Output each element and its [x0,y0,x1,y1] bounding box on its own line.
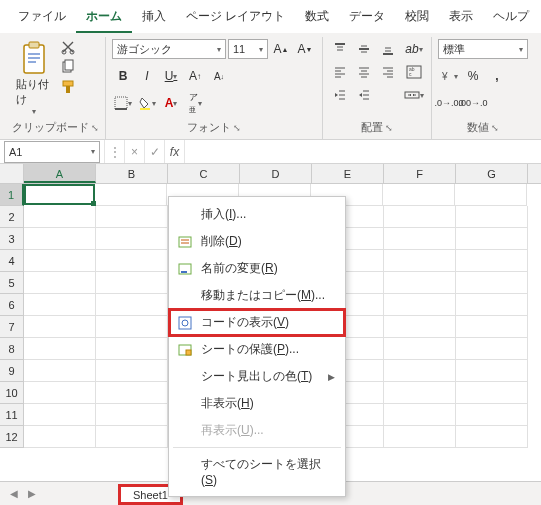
align-bottom-icon[interactable] [377,39,399,59]
cell[interactable] [383,184,455,206]
cell[interactable] [96,382,168,404]
cell[interactable] [95,184,167,206]
enter-icon[interactable]: ✓ [144,140,164,163]
italic-button[interactable]: I [136,66,158,86]
row-header[interactable]: 7 [0,316,24,338]
cell[interactable] [96,250,168,272]
merge-icon[interactable]: ▾ [403,85,425,105]
row-header[interactable]: 12 [0,426,24,448]
row-header[interactable]: 5 [0,272,24,294]
copy-icon[interactable] [60,59,76,75]
menu-file[interactable]: ファイル [8,4,76,33]
menu-data[interactable]: データ [339,4,395,33]
cell[interactable] [456,316,528,338]
cm-hide[interactable]: 非表示(H) [169,390,345,417]
col-header[interactable]: E [312,164,384,183]
cell[interactable] [24,338,96,360]
row-header[interactable]: 8 [0,338,24,360]
row-header[interactable]: 3 [0,228,24,250]
cell[interactable] [384,250,456,272]
font-color-button[interactable]: A▾ [160,93,182,113]
menu-view[interactable]: 表示 [439,4,483,33]
format-painter-icon[interactable] [60,79,76,95]
select-all-corner[interactable] [0,164,24,183]
cell[interactable] [456,360,528,382]
cell[interactable] [96,404,168,426]
ruby-button[interactable]: ア亜▾ [184,93,206,113]
increase-font-icon[interactable]: A▲ [270,39,292,59]
cell[interactable] [384,228,456,250]
paste-button[interactable]: 貼り付け ▾ [12,39,56,118]
menu-review[interactable]: 校閲 [395,4,439,33]
cell[interactable] [24,404,96,426]
cell[interactable] [96,316,168,338]
increase-decimal-icon[interactable]: .0→.00 [438,93,460,113]
cm-view-code[interactable]: コードの表示(V) [169,309,345,336]
cell[interactable] [24,426,96,448]
increase-font-size-button[interactable]: A↑ [184,66,206,86]
menu-pagelayout[interactable]: ページ レイアウト [176,4,295,33]
underline-button[interactable]: U ▾ [160,66,182,86]
formula-input[interactable] [184,140,541,163]
cell[interactable] [455,184,527,206]
row-header[interactable]: 9 [0,360,24,382]
sheet-nav-next-icon[interactable]: ▶ [26,488,38,499]
dialog-launcher-icon[interactable]: ⤡ [491,123,499,133]
row-header[interactable]: 2 [0,206,24,228]
cell[interactable] [456,272,528,294]
number-format-select[interactable]: 標準▾ [438,39,528,59]
menu-insert[interactable]: 挿入 [132,4,176,33]
col-header[interactable]: D [240,164,312,183]
cell[interactable] [456,338,528,360]
row-header[interactable]: 10 [0,382,24,404]
cell[interactable] [384,426,456,448]
comma-icon[interactable]: , [486,66,508,86]
cell[interactable] [24,294,96,316]
cell[interactable] [456,404,528,426]
dialog-launcher-icon[interactable]: ⤡ [233,123,241,133]
sheet-nav-prev-icon[interactable]: ◀ [8,488,20,499]
cell[interactable] [384,404,456,426]
menu-help[interactable]: ヘルプ [483,4,539,33]
align-center-icon[interactable] [353,62,375,82]
row-header[interactable]: 1 [0,184,24,206]
col-header[interactable]: C [168,164,240,183]
cancel-icon[interactable]: × [124,140,144,163]
cm-delete[interactable]: 削除(D) [169,228,345,255]
cell[interactable] [24,272,96,294]
cell[interactable] [96,338,168,360]
cell[interactable] [24,250,96,272]
wrap-text-icon[interactable]: abc [403,62,425,82]
cm-select-all-sheets[interactable]: すべてのシートを選択(S) [169,451,345,492]
border-button[interactable]: ▾ [112,93,134,113]
dialog-launcher-icon[interactable]: ⤡ [91,123,99,133]
cell[interactable] [456,250,528,272]
cell[interactable] [384,360,456,382]
cm-insert[interactable]: 挿入(I)... [169,201,345,228]
row-header[interactable]: 4 [0,250,24,272]
cell[interactable] [456,426,528,448]
cm-move-copy[interactable]: 移動またはコピー(M)... [169,282,345,309]
cell[interactable] [24,382,96,404]
cell[interactable] [96,360,168,382]
cm-rename[interactable]: 名前の変更(R) [169,255,345,282]
col-header[interactable]: A [24,164,96,183]
fill-color-button[interactable]: ▾ [136,93,158,113]
name-box[interactable]: A1▾ [4,141,100,163]
cell[interactable] [456,206,528,228]
decrease-indent-icon[interactable] [329,85,351,105]
decrease-decimal-icon[interactable]: .00→.0 [462,93,484,113]
cell[interactable] [456,228,528,250]
font-size-select[interactable]: 11▾ [228,39,268,59]
row-header[interactable]: 6 [0,294,24,316]
menu-home[interactable]: ホーム [76,4,132,33]
cell[interactable] [384,272,456,294]
cell[interactable] [24,228,96,250]
cell[interactable] [456,294,528,316]
cell[interactable] [384,206,456,228]
cell[interactable] [96,426,168,448]
decrease-font-icon[interactable]: A▼ [294,39,316,59]
bold-button[interactable]: B [112,66,134,86]
cell[interactable] [24,316,96,338]
cell[interactable] [384,316,456,338]
